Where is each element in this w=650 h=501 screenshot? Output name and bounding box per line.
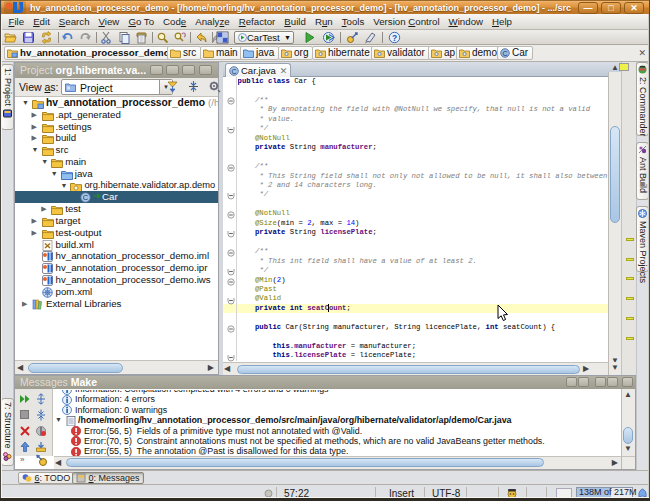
svg-text:?: ? <box>392 33 397 43</box>
svg-text:C: C <box>83 194 89 203</box>
svg-text:C: C <box>502 50 507 57</box>
svg-text:C: C <box>231 68 236 75</box>
